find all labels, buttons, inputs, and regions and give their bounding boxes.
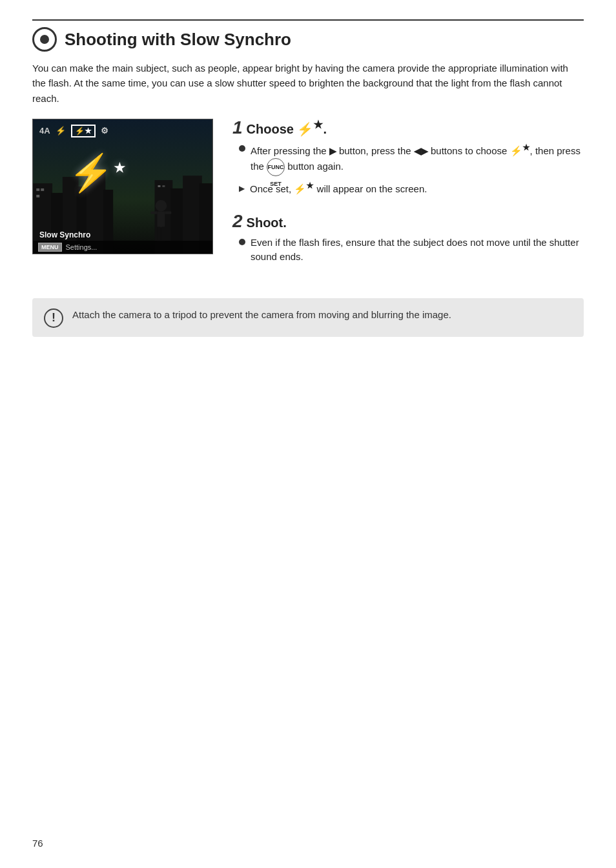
- section-icon: [32, 27, 57, 52]
- triangle-icon: ▶: [239, 183, 245, 194]
- svg-rect-24: [165, 211, 171, 214]
- svg-rect-12: [41, 188, 44, 191]
- svg-rect-20: [157, 211, 165, 227]
- cam-icon-gear: ⚙: [101, 126, 108, 136]
- flash-slow-icon: ⚡★: [510, 145, 530, 156]
- step-1: 1 Choose ⚡★. After pressing the ▶ button…: [232, 119, 584, 197]
- camera-screenshot: ⚡★ 4A ⚡ ⚡★ ⚙ Slow Synchro MENU Settings.…: [32, 119, 213, 254]
- content-area: ⚡★ 4A ⚡ ⚡★ ⚙ Slow Synchro MENU Settings.…: [32, 119, 584, 280]
- page-number: 76: [32, 838, 43, 849]
- exclamation-icon: !: [52, 311, 56, 325]
- svg-rect-23: [151, 211, 158, 214]
- cam-menu-text: Settings...: [66, 243, 98, 251]
- cam-menu-badge: MENU: [38, 243, 62, 252]
- cam-slow-synchro-label: Slow Synchro: [39, 230, 90, 239]
- step-1-bullet-2: ▶ Once set, ⚡★ will appear on the screen…: [239, 180, 584, 197]
- func-set-button-icon: FUNCSET: [267, 158, 285, 176]
- intro-text: You can make the main subject, such as p…: [32, 61, 584, 106]
- page-wrapper: Shooting with Slow Synchro You can make …: [32, 19, 584, 337]
- bullet-circle-icon-2: [239, 239, 245, 245]
- left-right-arrow-icon: ◀▶: [414, 145, 428, 158]
- icon-dot: [40, 35, 49, 44]
- cam-icon-slow: ⚡★: [71, 125, 96, 137]
- svg-rect-17: [158, 185, 160, 187]
- svg-rect-22: [161, 227, 165, 239]
- cam-top-bar: 4A ⚡ ⚡★ ⚙: [39, 125, 206, 137]
- notice-box: ! Attach the camera to a tripod to preve…: [32, 298, 584, 337]
- page-header: Shooting with Slow Synchro: [32, 19, 584, 52]
- step-2: 2 Shoot. Even if the flash fires, ensure…: [232, 212, 584, 265]
- svg-rect-21: [157, 227, 160, 239]
- cam-menu-bar: MENU Settings...: [33, 241, 212, 254]
- svg-rect-18: [162, 185, 165, 187]
- flash-slow-icon-2: ⚡★: [294, 183, 314, 194]
- step-2-bullet-1: Even if the flash fires, ensure that the…: [239, 236, 584, 265]
- step-1-bullet-2-text: Once set, ⚡★ will appear on the screen.: [250, 180, 427, 197]
- step-1-bullets: After pressing the ▶ button, press the ◀…: [232, 142, 584, 197]
- camera-screen: ⚡★ 4A ⚡ ⚡★ ⚙ Slow Synchro MENU Settings.…: [33, 119, 212, 254]
- step-1-title: Choose ⚡★.: [247, 119, 327, 137]
- step-1-bullet-1-text: After pressing the ▶ button, press the ◀…: [251, 142, 584, 177]
- steps-area: 1 Choose ⚡★. After pressing the ▶ button…: [232, 119, 584, 280]
- right-arrow-icon: ▶: [329, 145, 336, 158]
- cam-icon-4: ⚡: [56, 126, 66, 136]
- step-1-header: 1 Choose ⚡★.: [232, 119, 584, 137]
- page-title: Shooting with Slow Synchro: [65, 30, 291, 50]
- step-1-bullet-1: After pressing the ▶ button, press the ◀…: [239, 142, 584, 177]
- svg-rect-11: [36, 188, 39, 191]
- flash-icon-large: ⚡★: [68, 155, 125, 191]
- notice-icon: !: [44, 308, 63, 328]
- step-2-bullet-1-text: Even if the flash fires, ensure that the…: [251, 236, 584, 265]
- step-1-number: 1: [232, 119, 243, 137]
- step-2-number: 2: [232, 212, 243, 230]
- step-2-title: Shoot.: [247, 216, 287, 230]
- svg-rect-13: [36, 195, 39, 197]
- bullet-circle-icon: [239, 145, 245, 152]
- step-2-header: 2 Shoot.: [232, 212, 584, 230]
- svg-point-19: [156, 200, 167, 212]
- cam-icon-4a: 4A: [39, 126, 50, 136]
- notice-text: Attach the camera to a tripod to prevent…: [72, 307, 451, 322]
- step-2-bullets: Even if the flash fires, ensure that the…: [232, 236, 584, 265]
